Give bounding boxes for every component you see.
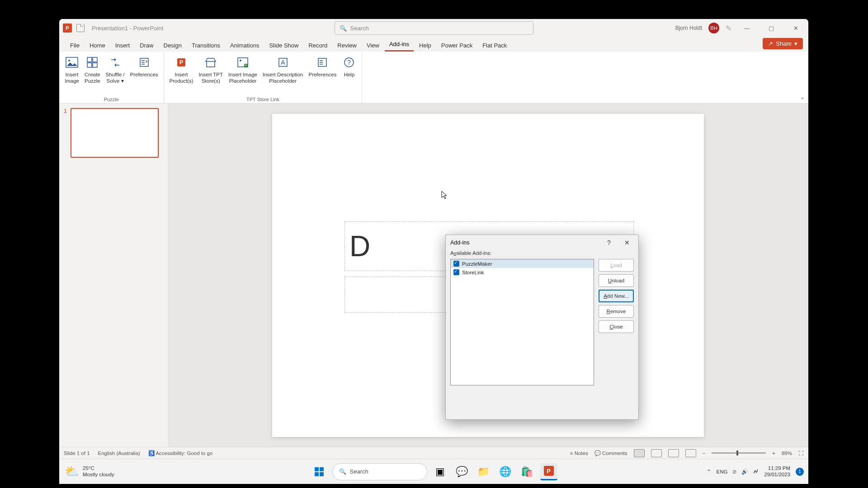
svg-rect-5 [93, 63, 97, 67]
load-button[interactable]: Load [599, 259, 634, 272]
language-indicator[interactable]: ENG [717, 469, 728, 474]
tab-powerpack[interactable]: Power Pack [437, 39, 477, 52]
tab-addins[interactable]: Add-ins [385, 38, 414, 52]
tab-view[interactable]: View [362, 39, 384, 52]
dialog-help-button[interactable]: ? [602, 237, 616, 249]
normal-view-button[interactable] [634, 449, 645, 457]
svg-point-1 [68, 60, 70, 61]
slide-area: D add title btitle Add-ins ? ✕ Availab [168, 103, 808, 447]
search-box[interactable]: 🔍 Search [335, 21, 533, 35]
tray-chevron-icon[interactable]: ⌃ [707, 469, 711, 475]
tab-draw[interactable]: Draw [135, 39, 158, 52]
insert-image-placeholder-button[interactable]: + Insert Image Placeholder [226, 54, 259, 96]
checkbox-icon[interactable] [453, 269, 459, 275]
text-placeholder-icon: A [276, 55, 290, 70]
weather-widget[interactable]: ⛅ 25°C Mostly cloudy [59, 465, 120, 479]
add-new-button[interactable]: Add New... [599, 290, 634, 302]
tab-help[interactable]: Help [415, 39, 436, 52]
language-indicator[interactable]: English (Australia) [98, 450, 140, 456]
powerpoint-taskbar-icon[interactable]: P [540, 463, 557, 480]
image-icon [65, 55, 79, 70]
insert-products-button[interactable]: P Insert Product(s) [168, 54, 195, 96]
user-name: Bjorn Holdt [675, 25, 702, 31]
taskbar-search[interactable]: 🔍Search [332, 463, 427, 480]
system-clock[interactable]: 11:29 PM 29/01/2023 [764, 465, 790, 478]
workspace: 1 D add title btitle Add-ins ? [59, 103, 808, 447]
edge-icon[interactable]: 🌐 [497, 463, 514, 480]
ribbon-collapse-button[interactable]: ⌄ [800, 94, 805, 100]
save-icon[interactable] [76, 24, 85, 32]
zoom-out-button[interactable]: − [703, 450, 706, 456]
tab-slideshow[interactable]: Slide Show [264, 39, 303, 52]
tab-review[interactable]: Review [333, 39, 361, 52]
tab-transitions[interactable]: Transitions [187, 39, 225, 52]
puzzle-icon [85, 55, 99, 70]
minimize-button[interactable]: — [738, 21, 756, 35]
store-icon[interactable]: 🛍️ [519, 463, 536, 480]
dialog-titlebar[interactable]: Add-ins ? ✕ [446, 235, 638, 250]
pen-icon[interactable]: ✎ [726, 24, 731, 33]
cast-icon[interactable]: ⎚ [733, 469, 736, 474]
zoom-in-button[interactable]: + [772, 450, 775, 456]
start-button[interactable] [311, 463, 328, 480]
shuffle-solve-button[interactable]: Shuffle / Solve ▾ [104, 54, 127, 96]
chevron-down-icon: ▾ [121, 78, 124, 84]
svg-rect-21 [320, 472, 324, 476]
store-icon [203, 55, 218, 70]
addin-item-storelink[interactable]: StoreLink [451, 268, 594, 277]
windows-taskbar: ⛅ 25°C Mostly cloudy 🔍Search ▣ 💬 📁 🌐 🛍️ … [59, 459, 808, 484]
addins-listbox[interactable]: PuzzleMaker StoreLink [450, 259, 594, 385]
tab-home[interactable]: Home [85, 39, 110, 52]
volume-icon[interactable]: 🔊 [741, 469, 748, 475]
explorer-icon[interactable]: 📁 [475, 463, 492, 480]
search-placeholder: Search [350, 25, 369, 32]
tab-file[interactable]: File [66, 39, 84, 52]
accessibility-status[interactable]: ♿ Accessibility: Good to go [148, 450, 212, 456]
tpt-help-button[interactable]: ? Help [340, 54, 358, 96]
unload-button[interactable]: Unload [599, 274, 634, 287]
remove-button[interactable]: Remove [599, 305, 634, 318]
share-button[interactable]: ↗ Share ▾ [763, 38, 803, 49]
tab-record[interactable]: Record [304, 39, 332, 52]
comments-button[interactable]: 💬 Comments [594, 450, 627, 456]
maximize-button[interactable]: ▢ [762, 21, 780, 35]
tab-animations[interactable]: Animations [226, 39, 264, 52]
teams-icon[interactable]: 💬 [453, 463, 471, 480]
insert-description-placeholder-button[interactable]: A Insert Description Placeholder [261, 54, 305, 96]
close-dialog-button[interactable]: Close [599, 320, 634, 333]
powerpoint-icon: P [63, 23, 72, 33]
svg-rect-3 [93, 57, 97, 62]
puzzle-preferences-button[interactable]: Preferences [128, 54, 160, 96]
insert-tpt-stores-button[interactable]: Insert TPT Store(s) [197, 54, 225, 96]
zoom-level[interactable]: 89% [782, 450, 792, 456]
statusbar: Slide 1 of 1 English (Australia) ♿ Acces… [59, 447, 808, 459]
slide-thumbnail[interactable] [71, 108, 159, 158]
avatar[interactable]: BH [708, 23, 719, 33]
battery-icon[interactable]: 🗲 [753, 469, 759, 474]
svg-rect-2 [87, 57, 92, 62]
close-button[interactable]: ✕ [787, 21, 805, 35]
shuffle-icon [108, 55, 123, 70]
fit-to-window-button[interactable]: ⛶ [798, 450, 804, 456]
checkbox-icon[interactable] [453, 261, 459, 267]
task-view-button[interactable]: ▣ [432, 463, 449, 480]
dialog-close-button[interactable]: ✕ [620, 237, 634, 249]
svg-rect-4 [87, 63, 92, 67]
addins-dialog: Add-ins ? ✕ Available Add-ins: PuzzleMak… [445, 235, 639, 420]
notes-button[interactable]: ≡ Notes [570, 450, 588, 456]
tpt-preferences-button[interactable]: Preferences [307, 54, 338, 96]
sorter-view-button[interactable] [651, 449, 662, 457]
create-puzzle-button[interactable]: Create Puzzle [83, 54, 102, 96]
svg-text:+: + [245, 63, 247, 68]
slideshow-view-button[interactable] [685, 449, 696, 457]
tab-design[interactable]: Design [159, 39, 186, 52]
tab-insert[interactable]: Insert [111, 39, 135, 52]
reading-view-button[interactable] [668, 449, 679, 457]
slide-counter[interactable]: Slide 1 of 1 [64, 450, 90, 456]
tab-flatpack[interactable]: Flat Pack [478, 39, 511, 52]
notification-badge[interactable]: 1 [796, 468, 804, 476]
preferences-icon [137, 55, 151, 70]
zoom-slider[interactable] [712, 452, 766, 454]
addin-item-puzzlemaker[interactable]: PuzzleMaker [451, 259, 594, 268]
insert-image-button[interactable]: Insert Image [63, 54, 81, 96]
